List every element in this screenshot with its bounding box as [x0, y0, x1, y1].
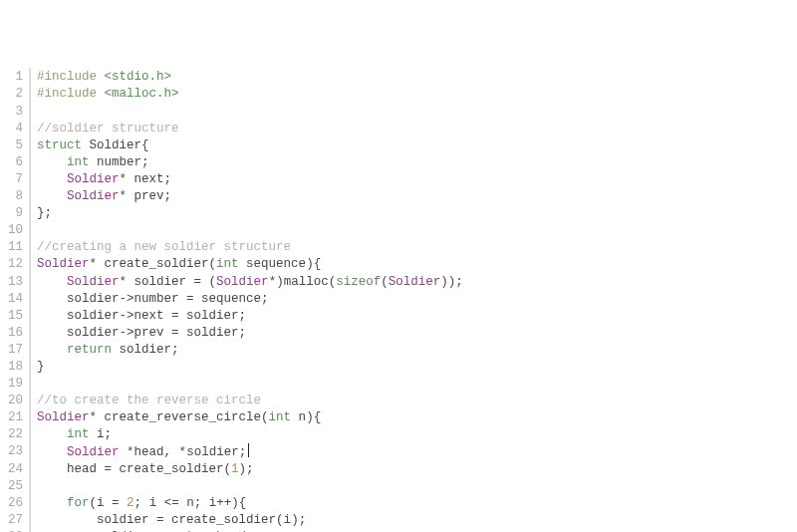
code-line: }	[37, 359, 463, 376]
token-id: i	[284, 513, 292, 527]
token-id	[37, 496, 67, 510]
line-number: 5	[4, 137, 23, 154]
code-line: Soldier *head, *soldier;	[37, 443, 463, 460]
token-op: =	[194, 275, 202, 289]
token-id	[164, 513, 172, 527]
token-hdr: <malloc.h>	[105, 87, 179, 101]
line-number-gutter: 1234567891011121314151617181920212223242…	[0, 68, 30, 532]
token-cmt: //creating a new soldier structure	[37, 240, 291, 254]
line-number: 17	[4, 342, 23, 359]
token-pun: ;	[141, 155, 149, 169]
code-area[interactable]: #include <stdio.h>#include <malloc.h>//s…	[30, 68, 463, 532]
code-line: Soldier* prev;	[37, 188, 463, 205]
code-line: Soldier* next;	[37, 171, 463, 188]
token-pun: );	[239, 462, 254, 476]
token-kw: return	[67, 343, 112, 357]
token-id: next	[134, 309, 172, 323]
token-id: sequence	[194, 292, 262, 306]
token-op: =	[112, 496, 120, 510]
code-line: soldier->prev = soldier;	[37, 325, 463, 342]
code-line: soldier = create_soldier(i);	[37, 512, 463, 529]
code-line: Soldier* create_soldier(int sequence){	[37, 256, 463, 273]
line-number: 3	[4, 104, 23, 121]
token-id: i	[97, 496, 112, 510]
token-id: soldier	[186, 445, 239, 459]
line-number: 1	[4, 69, 23, 86]
token-type: Soldier	[216, 275, 269, 289]
token-id	[37, 445, 67, 459]
token-pun: ;	[134, 496, 142, 510]
token-id	[97, 257, 105, 271]
token-id: sequence	[239, 257, 307, 271]
token-id	[37, 427, 67, 441]
line-number: 22	[4, 426, 23, 443]
token-id	[201, 275, 209, 289]
token-fn: malloc	[284, 275, 329, 289]
line-number: 8	[4, 188, 23, 205]
line-number: 19	[4, 376, 23, 393]
token-pun: {	[141, 138, 149, 152]
token-kw: int	[269, 410, 292, 424]
line-number: 20	[4, 393, 23, 409]
code-line: int i;	[37, 426, 463, 443]
line-number: 13	[4, 274, 23, 291]
token-pun: ,	[164, 445, 172, 459]
code-line: //to create the reverse circle	[37, 393, 463, 409]
token-id: prev	[134, 326, 172, 340]
token-fn: create_soldier	[105, 257, 209, 271]
token-type: Soldier	[37, 410, 90, 424]
token-pun: };	[37, 206, 52, 220]
code-line: Soldier* create_reverse_circle(int n){	[37, 409, 463, 426]
token-id: soldier	[37, 513, 156, 527]
line-number: 4	[4, 121, 23, 137]
token-type: Soldier	[389, 275, 441, 289]
token-id: i	[90, 427, 105, 441]
token-kw: int	[67, 155, 90, 169]
code-line	[37, 376, 463, 393]
token-op: *	[127, 445, 134, 459]
line-number: 14	[4, 291, 23, 308]
token-fn: create_soldier	[120, 462, 224, 476]
token-id	[37, 172, 67, 186]
token-type: Soldier	[67, 275, 120, 289]
token-pun: (	[209, 257, 217, 271]
token-id	[37, 189, 67, 203]
token-pun: (	[224, 462, 232, 476]
token-id: soldier	[37, 309, 120, 323]
token-id: head	[37, 462, 105, 476]
token-type: Soldier	[67, 189, 120, 203]
token-pun: ;	[164, 189, 172, 203]
code-line: int number;	[37, 154, 463, 171]
token-op: *	[120, 172, 128, 186]
line-number: 24	[4, 461, 23, 478]
token-fn: create_soldier	[171, 513, 276, 527]
code-line: #include <malloc.h>	[37, 86, 463, 103]
text-cursor	[248, 443, 249, 457]
line-number: 9	[4, 205, 23, 222]
line-number: 26	[4, 495, 23, 512]
code-line	[37, 478, 463, 495]
token-pun: ;	[105, 427, 113, 441]
token-id: number	[134, 292, 187, 306]
line-number: 12	[4, 256, 23, 273]
token-type: Soldier	[67, 445, 120, 459]
token-kw: sizeof	[336, 275, 381, 289]
token-pun: (	[381, 275, 389, 289]
token-id: prev	[127, 189, 164, 203]
token-op: =	[105, 462, 113, 476]
token-id	[37, 275, 67, 289]
token-pun: ;	[239, 445, 247, 459]
token-op: <=	[164, 496, 179, 510]
token-kw: int	[67, 427, 90, 441]
line-number: 15	[4, 308, 23, 325]
token-cmt: //to create the reverse circle	[37, 394, 261, 407]
token-op: *	[269, 275, 277, 289]
code-line: soldier->next = soldier;	[37, 308, 463, 325]
token-fn: create_reverse_circle	[105, 410, 262, 424]
token-pp: #include	[37, 70, 105, 84]
token-kw: struct	[37, 138, 82, 152]
line-number: 7	[4, 171, 23, 188]
token-id: next	[127, 172, 164, 186]
token-op: ++	[216, 496, 231, 510]
token-op: *	[90, 257, 98, 271]
